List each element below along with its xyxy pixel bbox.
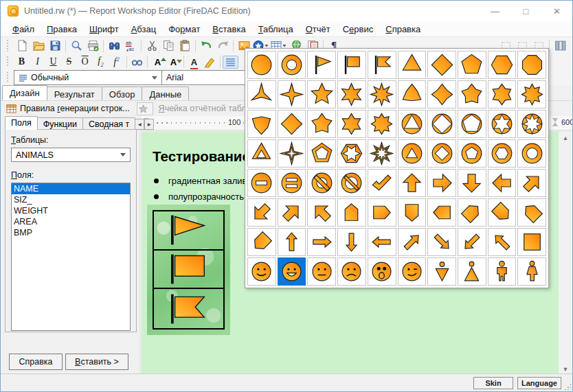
shape-puff3[interactable] [398, 80, 427, 108]
open-button[interactable] [30, 38, 47, 54]
shape-pentagon-frame[interactable] [307, 139, 336, 168]
redo-button[interactable] [214, 38, 231, 54]
shape-round6[interactable] [337, 110, 366, 138]
shape-blunt-arrow-down[interactable] [398, 198, 427, 227]
menu-item[interactable]: Вставка [206, 23, 251, 36]
shape-circle-hole-triangle[interactable] [398, 139, 427, 168]
font-color-button[interactable]: A [186, 56, 202, 69]
menu-item[interactable]: Файл [6, 23, 41, 36]
minimize-button[interactable]: — [480, 1, 510, 21]
readability-button[interactable] [129, 56, 145, 69]
tables-combo[interactable]: ANIMALS [11, 148, 131, 162]
shape-arrow-right[interactable] [427, 169, 456, 197]
shape-star4-frame[interactable] [278, 139, 306, 168]
language-button[interactable]: Language [517, 377, 561, 389]
shape-arrow-up[interactable] [398, 169, 427, 197]
field-list-item[interactable]: AREA [12, 216, 130, 227]
copy-button[interactable] [160, 38, 177, 54]
field-list-item[interactable]: NAME [12, 183, 130, 194]
menu-item[interactable]: Абзац [125, 23, 162, 36]
shape-arrow-up-left[interactable] [307, 198, 336, 227]
document-image[interactable] [147, 205, 230, 335]
menu-item[interactable]: Шрифт [83, 23, 125, 36]
shape-circle-cut-star6[interactable] [488, 110, 517, 138]
shape-thin-arrow-ne[interactable] [398, 228, 427, 256]
fields-panel-tab[interactable]: Поля [5, 116, 38, 130]
shape-person-up[interactable] [458, 257, 486, 286]
new-button[interactable] [14, 38, 30, 54]
subscript-button[interactable]: f2 [93, 56, 109, 69]
view-tab[interactable]: Результат [47, 87, 102, 100]
shape-circle-hole-diamond[interactable] [427, 139, 456, 168]
shape-circle-cut-star8[interactable] [517, 110, 546, 138]
shape-hexagon[interactable] [488, 51, 517, 79]
shape-star8[interactable] [368, 80, 396, 108]
shape-blunt-arrow-se[interactable] [488, 198, 517, 227]
toolbar-grip[interactable] [6, 56, 11, 67]
cut-button[interactable] [144, 38, 160, 54]
shape-circle-hole-circle[interactable] [517, 139, 546, 168]
find-button[interactable] [106, 38, 122, 54]
field-list-item[interactable]: WEIGHT [12, 205, 130, 216]
underline-button[interactable]: U [45, 56, 61, 69]
shape-blunt-arrow-up[interactable] [337, 198, 366, 227]
shape-blunt-arrow-ne[interactable] [458, 198, 486, 227]
font-up-button[interactable]: A [150, 56, 166, 69]
shape-octagon[interactable] [517, 51, 546, 79]
shape-thin-arrow-left[interactable] [368, 228, 396, 256]
shape-thin-arrow-sw[interactable] [458, 228, 486, 256]
shape-blunt-arrow-right[interactable] [368, 198, 396, 227]
toolbar-grip[interactable] [6, 72, 11, 84]
tab-scroll-left-button[interactable]: ◄ [135, 119, 144, 130]
shape-flag-pennant[interactable] [307, 51, 336, 79]
right-indent-marker[interactable] [552, 118, 558, 128]
shape-circle-hole-hexagon[interactable] [488, 139, 517, 168]
paragraph-style-combo[interactable]: Обычный [14, 70, 162, 85]
fields-panel-tab[interactable]: Сводная т [82, 117, 135, 130]
highlight-button[interactable] [202, 56, 218, 69]
shape-smiley-smile[interactable] [247, 257, 276, 286]
help-button[interactable]: Справка [9, 354, 63, 370]
shape-smiley-grin[interactable] [278, 257, 306, 286]
tab-scroll-right-button[interactable]: ► [144, 119, 154, 130]
paste-button[interactable] [177, 38, 193, 54]
menu-item[interactable]: Справка [379, 23, 427, 36]
shape-star5[interactable] [307, 80, 336, 108]
shape-checkmark[interactable] [368, 169, 396, 197]
shape-round8[interactable] [368, 110, 396, 138]
fields-panel-tab[interactable]: Функции [37, 117, 83, 130]
shape-puff4[interactable] [427, 80, 456, 108]
shape-no-entry-thick[interactable] [307, 169, 336, 197]
strikethrough-button[interactable]: S [61, 56, 77, 69]
shape-diamond[interactable] [427, 51, 456, 79]
shape-smiley-surprised[interactable] [368, 257, 396, 286]
shape-circle-cut-diamond[interactable] [427, 110, 456, 138]
shape-circle-hole-pentagon[interactable] [458, 139, 486, 168]
field-list-item[interactable]: SIZ_ [12, 194, 130, 205]
shape-triangle[interactable] [398, 51, 427, 79]
view-tab[interactable]: Дизайн [2, 85, 47, 100]
close-button[interactable]: ✕ [541, 1, 572, 21]
shape-triangle-frame[interactable] [247, 139, 276, 168]
shape-arrow-down[interactable] [458, 169, 486, 197]
shape-arrow-left[interactable] [488, 169, 517, 197]
shape-star3[interactable] [247, 80, 276, 108]
bold-button[interactable]: B [14, 56, 30, 69]
shape-ring[interactable] [278, 51, 306, 79]
shape-thin-arrow-up[interactable] [278, 228, 306, 256]
shape-star8-frame[interactable] [368, 139, 396, 168]
shape-thin-arrow-nw[interactable] [488, 228, 517, 256]
shape-flag-rect[interactable] [337, 51, 366, 79]
shape-hexagon-star-frame[interactable] [337, 139, 366, 168]
undo-button[interactable] [198, 38, 214, 54]
maximize-button[interactable]: □ [510, 1, 541, 21]
shape-puff8[interactable] [517, 80, 546, 108]
skin-button[interactable]: Skin [473, 377, 513, 389]
superscript-button[interactable]: f2 [109, 56, 124, 69]
favorite-star-button[interactable] [137, 102, 153, 115]
columns-button[interactable] [552, 38, 568, 54]
view-tab[interactable]: Обзор [102, 87, 143, 100]
shape-flag-swallowtail[interactable] [368, 51, 396, 79]
shape-star6[interactable] [337, 80, 366, 108]
shape-arrow-down-left[interactable] [247, 198, 276, 227]
